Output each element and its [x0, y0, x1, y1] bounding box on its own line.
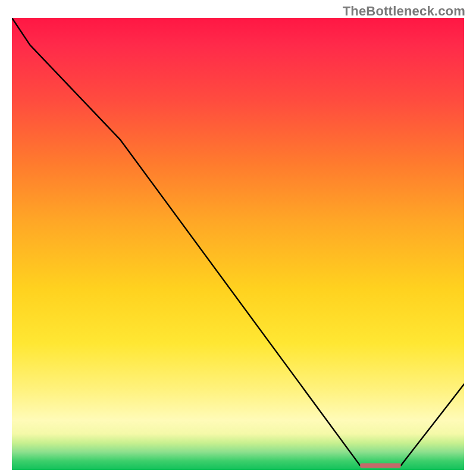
plot-area — [12, 18, 464, 470]
watermark-text: TheBottleneck.com — [343, 4, 465, 19]
chart-stage: TheBottleneck.com — [0, 0, 476, 476]
optimal-marker — [360, 463, 400, 468]
curve-line — [12, 18, 464, 465]
chart-overlay — [12, 18, 464, 470]
